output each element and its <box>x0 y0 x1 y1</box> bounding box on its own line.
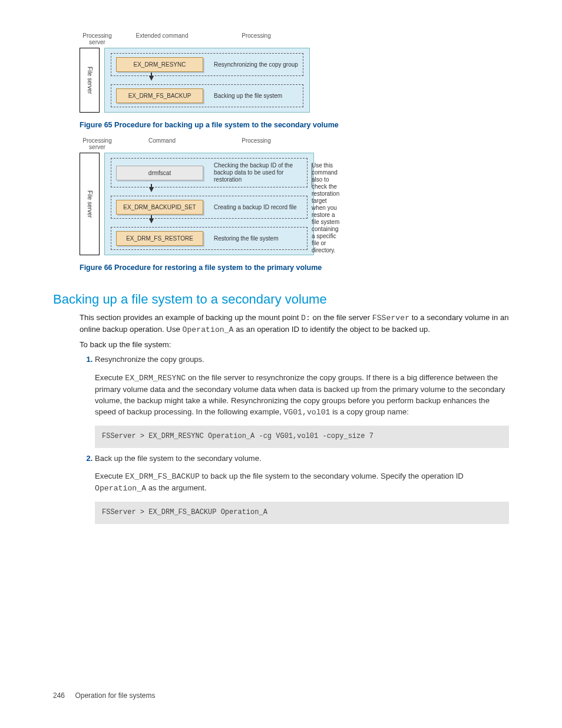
file-server-label: File server <box>80 153 100 255</box>
text: is a copy group name: <box>330 407 409 416</box>
cmd-box: EX_DRM_RESYNC <box>116 57 203 72</box>
operation-id: Operation_A <box>182 325 233 334</box>
step-row: EX_DRM_FS_RESTORE Restoring the file sys… <box>111 227 308 250</box>
page-footer: 246 Operation for file systems <box>53 691 155 700</box>
step-1: Resynchronize the copy groups. Execute E… <box>95 355 509 447</box>
cmd-box: EX_DRM_FS_RESTORE <box>116 231 203 246</box>
code-block: FSServer > EX_DRM_RESYNC Operation_A -cg… <box>95 426 509 447</box>
page-number: 246 <box>53 691 65 700</box>
diagram-headers: Processing server Command Processing <box>80 137 509 150</box>
text: Execute <box>95 472 125 480</box>
file-server-label: File server <box>80 48 100 113</box>
intro-paragraph: This section provides an example of back… <box>80 312 509 350</box>
cmd-box: EX_DRM_FS_BACKUP <box>116 88 203 103</box>
proc-text: Checking the backup ID of the backup dat… <box>214 162 302 183</box>
text: on the file server <box>310 313 372 322</box>
server-name: FSServer <box>372 314 409 322</box>
step-row: EX_DRM_BACKUPID_SET Creating a backup ID… <box>111 196 308 219</box>
figure-66-diagram: Processing server Command Processing Fil… <box>80 137 509 255</box>
side-note: Use this command also to check the resto… <box>312 162 339 254</box>
diagram-body: File server EX_DRM_RESYNC Resynchronizin… <box>80 48 509 113</box>
steps-list: Resynchronize the copy groups. Execute E… <box>80 355 509 523</box>
header-processing-server: Processing server <box>80 137 115 150</box>
step-body: Execute EX_DRM_FS_BACKUP to back up the … <box>95 470 509 524</box>
proc-text: Restoring the file system <box>214 235 279 242</box>
page: Processing server Extended command Proce… <box>0 0 562 728</box>
header-processing: Processing <box>209 137 303 150</box>
step-row: drmfscat Checking the backup ID of the b… <box>111 158 308 187</box>
copy-group-name: VG01,vol01 <box>283 408 330 417</box>
text: as an operation ID to identify the objec… <box>234 325 431 334</box>
text: to back up the file system to the second… <box>200 472 464 480</box>
proc-text: Resynchronizing the copy group <box>214 61 298 68</box>
step-2: Back up the file system to the secondary… <box>95 454 509 524</box>
cmd-box: drmfscat <box>116 166 203 180</box>
operation-id: Operation_A <box>95 484 146 493</box>
flow-region: drmfscat Checking the backup ID of the b… <box>104 153 314 255</box>
arrow <box>111 187 308 196</box>
lead-text: To back up the file system: <box>80 339 509 350</box>
figure-65-caption: Figure 65 Procedure for backing up a fil… <box>80 121 509 129</box>
arrow <box>111 76 303 84</box>
text: This section provides an example of back… <box>80 313 301 322</box>
text: as the argument. <box>146 483 207 492</box>
figure-65-diagram: Processing server Extended command Proce… <box>80 32 509 113</box>
footer-title: Operation for file systems <box>75 691 155 700</box>
step-row: EX_DRM_FS_BACKUP Backing up the file sys… <box>111 84 303 107</box>
code-block: FSServer > EX_DRM_FS_BACKUP Operation_A <box>95 502 509 523</box>
command-name: EX_DRM_FS_BACKUP <box>125 472 200 481</box>
figure-66-caption: Figure 66 Procedure for restoring a file… <box>80 263 509 272</box>
proc-text: Backing up the file system <box>214 93 282 100</box>
section-heading: Backing up a file system to a secondary … <box>53 292 509 307</box>
flow-region: EX_DRM_RESYNC Resynchronizing the copy g… <box>104 48 310 113</box>
diagram-body: File server drmfscat Checking the backup… <box>80 153 509 255</box>
mount-point: D: <box>301 314 310 322</box>
header-processing-server: Processing server <box>80 32 115 45</box>
header-command: Extended command <box>115 32 209 45</box>
step-body: Execute EX_DRM_RESYNC on the file server… <box>95 372 509 448</box>
diagram-headers: Processing server Extended command Proce… <box>80 32 509 45</box>
arrow <box>111 219 308 227</box>
command-name: EX_DRM_RESYNC <box>125 374 186 383</box>
text: Execute <box>95 373 125 382</box>
header-processing: Processing <box>209 32 303 45</box>
step-row: EX_DRM_RESYNC Resynchronizing the copy g… <box>111 53 303 76</box>
proc-text: Creating a backup ID record file <box>214 204 297 211</box>
step-title: Resynchronize the copy groups. <box>95 355 204 364</box>
step-title: Back up the file system to the secondary… <box>95 454 262 463</box>
header-command: Command <box>115 137 209 150</box>
cmd-box: EX_DRM_BACKUPID_SET <box>116 200 203 215</box>
